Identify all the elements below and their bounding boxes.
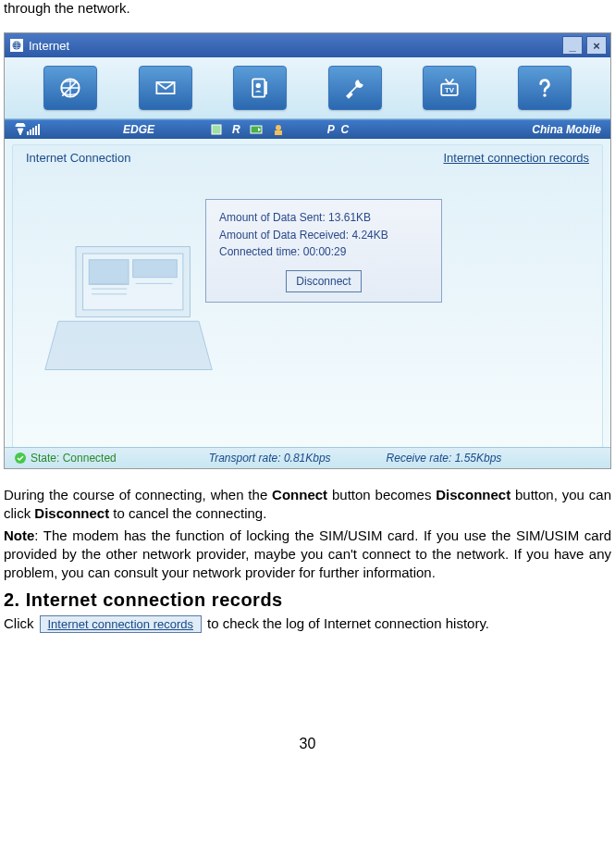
connection-records-chip[interactable]: Internet connection records xyxy=(40,615,203,634)
connection-info-box: Amount of Data Sent: 13.61KB Amount of D… xyxy=(205,199,442,303)
window-title: Internet xyxy=(29,39,69,53)
status-indicator-icon-2 xyxy=(250,123,263,136)
status-bar-bottom: State: Connected Transport rate: 0.81Kbp… xyxy=(5,447,610,468)
status-indicator-icon-1 xyxy=(210,123,223,136)
data-received-label: Amount of Data Received: 4.24KB xyxy=(219,227,428,244)
mail-icon[interactable] xyxy=(139,66,192,110)
window-titlebar: Internet _ × xyxy=(5,33,610,57)
close-button[interactable]: × xyxy=(586,36,607,55)
svg-rect-15 xyxy=(133,260,178,278)
state-label: State: Connected xyxy=(31,452,117,465)
status-bar-top: EDGE R P C China Mobile xyxy=(5,119,610,139)
svg-point-11 xyxy=(276,125,281,130)
transport-rate-label: Transport rate: 0.81Kbps xyxy=(209,452,331,465)
disconnect-button[interactable]: Disconnect xyxy=(286,270,361,293)
app-window: Internet _ × TV xyxy=(4,32,611,469)
help-icon[interactable] xyxy=(518,66,572,110)
main-panel: Internet Connection Internet connection … xyxy=(5,139,610,465)
svg-text:TV: TV xyxy=(445,86,455,94)
window-app-icon xyxy=(10,39,23,52)
connected-time-label: Connected time: 00:00:29 xyxy=(219,243,428,261)
svg-point-8 xyxy=(543,93,547,97)
tools-icon[interactable] xyxy=(328,66,382,110)
carrier-label: China Mobile xyxy=(532,123,601,136)
note-paragraph: Note: The modem has the function of lock… xyxy=(4,527,611,583)
laptop-graphic-icon xyxy=(41,238,216,377)
roaming-indicator: R xyxy=(232,123,240,136)
contacts-icon[interactable] xyxy=(233,66,287,110)
pc-label: P C xyxy=(327,123,351,136)
internet-connection-label: Internet Connection xyxy=(26,151,130,165)
connection-records-link[interactable]: Internet connection records xyxy=(443,151,589,165)
network-type-label: EDGE xyxy=(123,123,154,136)
receive-rate-label: Receive rate: 1.55Kbps xyxy=(387,452,502,465)
main-toolbar: TV xyxy=(5,57,610,119)
status-indicator-icon-3 xyxy=(272,123,285,136)
page-number: 30 xyxy=(4,736,611,752)
section-2-heading: 2. Internet connection records xyxy=(4,588,611,613)
tv-icon[interactable]: TV xyxy=(423,66,476,110)
body-text: During the course of connecting, when th… xyxy=(4,486,611,634)
paragraph-connecting: During the course of connecting, when th… xyxy=(4,486,611,524)
data-sent-label: Amount of Data Sent: 13.61KB xyxy=(219,209,428,227)
intro-fragment: through the network. xyxy=(4,0,611,16)
svg-rect-12 xyxy=(275,130,282,135)
connected-state-icon xyxy=(14,452,27,465)
svg-rect-14 xyxy=(89,260,129,285)
signal-bars-icon xyxy=(27,124,40,135)
signal-antenna-icon xyxy=(14,123,27,136)
svg-rect-3 xyxy=(252,79,264,96)
svg-rect-9 xyxy=(212,125,221,134)
svg-point-4 xyxy=(256,83,261,88)
click-instruction: Click Internet connection records to che… xyxy=(4,614,611,633)
minimize-button[interactable]: _ xyxy=(562,36,583,55)
internet-icon[interactable] xyxy=(43,66,97,110)
